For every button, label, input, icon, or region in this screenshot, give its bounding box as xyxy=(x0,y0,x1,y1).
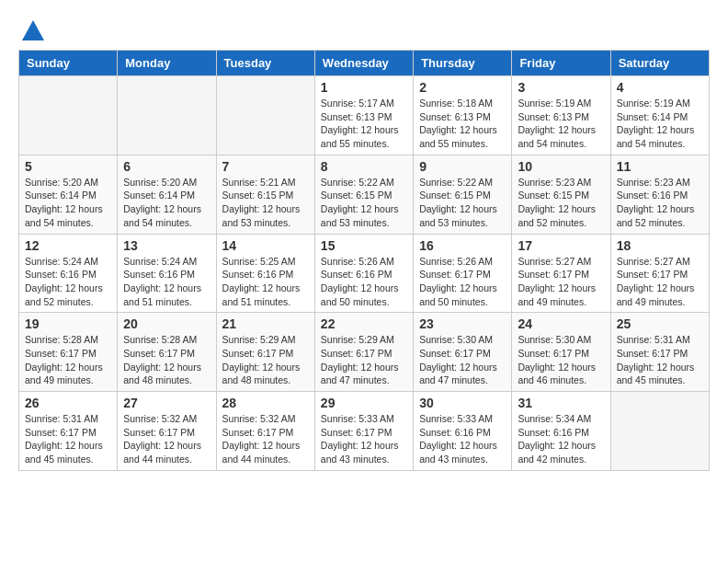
day-number: 23 xyxy=(419,316,506,331)
day-info: Sunrise: 5:31 AM Sunset: 6:17 PM Dayligh… xyxy=(25,412,111,466)
day-info: Sunrise: 5:31 AM Sunset: 6:17 PM Dayligh… xyxy=(617,333,703,387)
calendar-header-thursday: Thursday xyxy=(414,51,512,76)
day-number: 30 xyxy=(419,396,506,410)
calendar-cell xyxy=(216,76,314,155)
day-number: 6 xyxy=(123,159,210,174)
logo xyxy=(18,18,48,40)
calendar-week-3: 19Sunrise: 5:28 AM Sunset: 6:17 PM Dayli… xyxy=(19,313,710,392)
day-info: Sunrise: 5:23 AM Sunset: 6:15 PM Dayligh… xyxy=(518,176,604,230)
calendar-week-4: 26Sunrise: 5:31 AM Sunset: 6:17 PM Dayli… xyxy=(19,392,710,471)
day-info: Sunrise: 5:29 AM Sunset: 6:17 PM Dayligh… xyxy=(321,333,407,387)
calendar-cell xyxy=(118,76,216,155)
calendar-cell: 19Sunrise: 5:28 AM Sunset: 6:17 PM Dayli… xyxy=(19,313,118,392)
calendar-cell xyxy=(610,392,709,471)
day-info: Sunrise: 5:33 AM Sunset: 6:17 PM Dayligh… xyxy=(321,412,407,466)
day-number: 17 xyxy=(518,238,604,253)
calendar-cell: 1Sunrise: 5:17 AM Sunset: 6:13 PM Daylig… xyxy=(314,76,413,155)
calendar-cell: 29Sunrise: 5:33 AM Sunset: 6:17 PM Dayli… xyxy=(314,392,413,471)
day-info: Sunrise: 5:30 AM Sunset: 6:17 PM Dayligh… xyxy=(419,333,506,387)
day-number: 9 xyxy=(419,159,506,174)
day-info: Sunrise: 5:32 AM Sunset: 6:17 PM Dayligh… xyxy=(123,412,210,466)
calendar-cell: 15Sunrise: 5:26 AM Sunset: 6:16 PM Dayli… xyxy=(314,234,413,313)
day-number: 14 xyxy=(222,238,309,253)
day-number: 2 xyxy=(419,80,506,95)
day-number: 15 xyxy=(321,238,407,253)
calendar-cell: 26Sunrise: 5:31 AM Sunset: 6:17 PM Dayli… xyxy=(19,392,118,471)
calendar-cell: 13Sunrise: 5:24 AM Sunset: 6:16 PM Dayli… xyxy=(118,234,216,313)
calendar-header-saturday: Saturday xyxy=(610,51,709,76)
calendar-cell: 16Sunrise: 5:26 AM Sunset: 6:17 PM Dayli… xyxy=(414,234,512,313)
day-number: 25 xyxy=(617,316,703,331)
day-info: Sunrise: 5:33 AM Sunset: 6:16 PM Dayligh… xyxy=(419,412,506,466)
day-info: Sunrise: 5:28 AM Sunset: 6:17 PM Dayligh… xyxy=(123,333,210,387)
day-info: Sunrise: 5:19 AM Sunset: 6:13 PM Dayligh… xyxy=(518,97,604,151)
day-number: 19 xyxy=(25,316,111,331)
calendar-cell: 5Sunrise: 5:20 AM Sunset: 6:14 PM Daylig… xyxy=(19,155,118,234)
calendar-week-2: 12Sunrise: 5:24 AM Sunset: 6:16 PM Dayli… xyxy=(19,234,710,313)
day-number: 13 xyxy=(123,238,210,253)
day-number: 29 xyxy=(321,396,407,410)
day-info: Sunrise: 5:21 AM Sunset: 6:15 PM Dayligh… xyxy=(222,176,309,230)
day-info: Sunrise: 5:32 AM Sunset: 6:17 PM Dayligh… xyxy=(222,412,309,466)
calendar-cell: 4Sunrise: 5:19 AM Sunset: 6:14 PM Daylig… xyxy=(610,76,709,155)
day-info: Sunrise: 5:27 AM Sunset: 6:17 PM Dayligh… xyxy=(617,255,703,309)
day-info: Sunrise: 5:23 AM Sunset: 6:16 PM Dayligh… xyxy=(617,176,703,230)
calendar-cell: 24Sunrise: 5:30 AM Sunset: 6:17 PM Dayli… xyxy=(512,313,610,392)
calendar-cell: 8Sunrise: 5:22 AM Sunset: 6:15 PM Daylig… xyxy=(314,155,413,234)
calendar-cell: 28Sunrise: 5:32 AM Sunset: 6:17 PM Dayli… xyxy=(216,392,314,471)
calendar-cell: 31Sunrise: 5:34 AM Sunset: 6:16 PM Dayli… xyxy=(512,392,610,471)
day-info: Sunrise: 5:22 AM Sunset: 6:15 PM Dayligh… xyxy=(321,176,407,230)
calendar-cell: 30Sunrise: 5:33 AM Sunset: 6:16 PM Dayli… xyxy=(414,392,512,471)
day-number: 27 xyxy=(123,396,210,410)
calendar-cell: 3Sunrise: 5:19 AM Sunset: 6:13 PM Daylig… xyxy=(512,76,610,155)
day-number: 16 xyxy=(419,238,506,253)
day-info: Sunrise: 5:28 AM Sunset: 6:17 PM Dayligh… xyxy=(25,333,111,387)
calendar-header-sunday: Sunday xyxy=(19,51,118,76)
calendar-cell: 27Sunrise: 5:32 AM Sunset: 6:17 PM Dayli… xyxy=(118,392,216,471)
day-number: 21 xyxy=(222,316,309,331)
day-info: Sunrise: 5:19 AM Sunset: 6:14 PM Dayligh… xyxy=(617,97,703,151)
day-info: Sunrise: 5:25 AM Sunset: 6:16 PM Dayligh… xyxy=(222,255,309,309)
day-number: 8 xyxy=(321,159,407,174)
calendar-cell: 10Sunrise: 5:23 AM Sunset: 6:15 PM Dayli… xyxy=(512,155,610,234)
calendar-cell: 14Sunrise: 5:25 AM Sunset: 6:16 PM Dayli… xyxy=(216,234,314,313)
day-info: Sunrise: 5:30 AM Sunset: 6:17 PM Dayligh… xyxy=(518,333,604,387)
page-header xyxy=(18,18,710,40)
calendar-cell: 20Sunrise: 5:28 AM Sunset: 6:17 PM Dayli… xyxy=(118,313,216,392)
day-info: Sunrise: 5:24 AM Sunset: 6:16 PM Dayligh… xyxy=(123,255,210,309)
day-number: 7 xyxy=(222,159,309,174)
day-number: 11 xyxy=(617,159,703,174)
calendar-cell: 7Sunrise: 5:21 AM Sunset: 6:15 PM Daylig… xyxy=(216,155,314,234)
day-info: Sunrise: 5:17 AM Sunset: 6:13 PM Dayligh… xyxy=(321,97,407,151)
day-number: 31 xyxy=(518,396,604,410)
svg-marker-0 xyxy=(22,20,44,40)
calendar-header-monday: Monday xyxy=(118,51,216,76)
day-info: Sunrise: 5:29 AM Sunset: 6:17 PM Dayligh… xyxy=(222,333,309,387)
calendar-cell: 22Sunrise: 5:29 AM Sunset: 6:17 PM Dayli… xyxy=(314,313,413,392)
calendar-cell: 2Sunrise: 5:18 AM Sunset: 6:13 PM Daylig… xyxy=(414,76,512,155)
day-info: Sunrise: 5:34 AM Sunset: 6:16 PM Dayligh… xyxy=(518,412,604,466)
day-number: 5 xyxy=(25,159,111,174)
day-info: Sunrise: 5:20 AM Sunset: 6:14 PM Dayligh… xyxy=(25,176,111,230)
calendar-cell: 17Sunrise: 5:27 AM Sunset: 6:17 PM Dayli… xyxy=(512,234,610,313)
day-info: Sunrise: 5:20 AM Sunset: 6:14 PM Dayligh… xyxy=(123,176,210,230)
calendar-header-row: SundayMondayTuesdayWednesdayThursdayFrid… xyxy=(19,51,710,76)
day-number: 10 xyxy=(518,159,604,174)
day-number: 20 xyxy=(123,316,210,331)
calendar-cell: 6Sunrise: 5:20 AM Sunset: 6:14 PM Daylig… xyxy=(118,155,216,234)
calendar-table: SundayMondayTuesdayWednesdayThursdayFrid… xyxy=(18,50,710,471)
calendar-cell: 18Sunrise: 5:27 AM Sunset: 6:17 PM Dayli… xyxy=(610,234,709,313)
calendar-cell xyxy=(19,76,118,155)
day-number: 22 xyxy=(321,316,407,331)
day-info: Sunrise: 5:22 AM Sunset: 6:15 PM Dayligh… xyxy=(419,176,506,230)
calendar-week-0: 1Sunrise: 5:17 AM Sunset: 6:13 PM Daylig… xyxy=(19,76,710,155)
day-number: 3 xyxy=(518,80,604,95)
logo-icon xyxy=(20,18,46,44)
day-number: 1 xyxy=(321,80,407,95)
logo-text xyxy=(18,18,48,40)
day-number: 4 xyxy=(617,80,703,95)
calendar-header-friday: Friday xyxy=(512,51,610,76)
day-number: 24 xyxy=(518,316,604,331)
day-info: Sunrise: 5:27 AM Sunset: 6:17 PM Dayligh… xyxy=(518,255,604,309)
calendar-header-wednesday: Wednesday xyxy=(314,51,413,76)
